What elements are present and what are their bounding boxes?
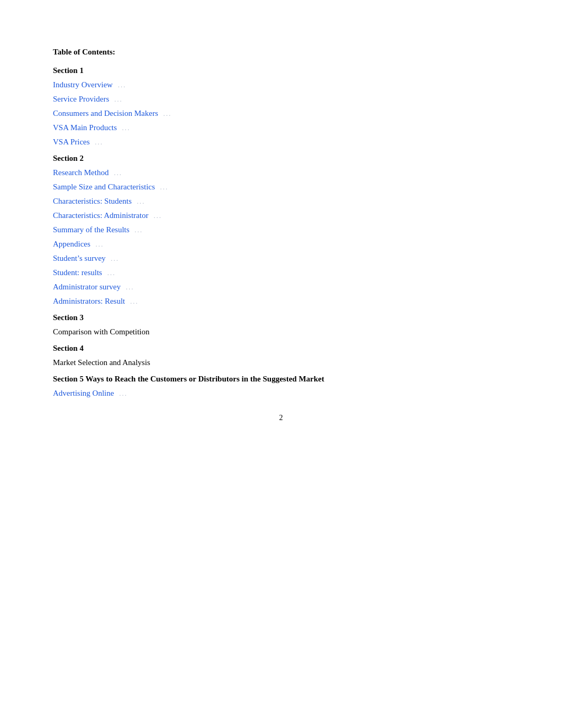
toc-link-administrators-result[interactable]: Administrators: Result xyxy=(53,297,509,306)
section1-heading: Section 1 xyxy=(53,66,509,75)
page-number: 2 xyxy=(53,414,509,422)
page: Table of Contents: Section 1 Industry Ov… xyxy=(0,0,562,728)
toc-link-administrator-survey[interactable]: Administrator survey xyxy=(53,283,509,292)
toc-link-appendices[interactable]: Appendices xyxy=(53,240,509,249)
toc-link-summary-results[interactable]: Summary of the Results xyxy=(53,225,509,234)
section2-heading: Section 2 xyxy=(53,154,509,163)
section5-heading: Section 5 Ways to Reach the Customers or… xyxy=(53,375,509,384)
toc-link-research-method[interactable]: Research Method xyxy=(53,168,509,177)
toc-link-student-survey[interactable]: Student’s survey xyxy=(53,254,509,263)
toc-link-consumers[interactable]: Consumers and Decision Makers xyxy=(53,109,509,118)
toc-link-sample-size[interactable]: Sample Size and Characteristics xyxy=(53,183,509,192)
section4-heading: Section 4 xyxy=(53,344,509,353)
toc-link-advertising-online[interactable]: Advertising Online xyxy=(53,389,509,398)
toc-link-student-results[interactable]: Student: results xyxy=(53,268,509,277)
toc-link-vsa-main-products[interactable]: VSA Main Products xyxy=(53,123,509,132)
toc-link-char-students[interactable]: Characteristics: Students xyxy=(53,197,509,206)
toc-link-industry-overview[interactable]: Industry Overview xyxy=(53,80,509,89)
toc-plain-comparison: Comparison with Competition xyxy=(53,327,509,336)
toc-link-vsa-prices[interactable]: VSA Prices xyxy=(53,138,509,147)
toc-link-char-administrator[interactable]: Characteristics: Administrator xyxy=(53,211,509,220)
toc-plain-market-selection: Market Selection and Analysis xyxy=(53,358,509,367)
toc-title: Table of Contents: xyxy=(53,48,509,57)
toc-link-service-providers[interactable]: Service Providers xyxy=(53,95,509,104)
section3-heading: Section 3 xyxy=(53,313,509,322)
